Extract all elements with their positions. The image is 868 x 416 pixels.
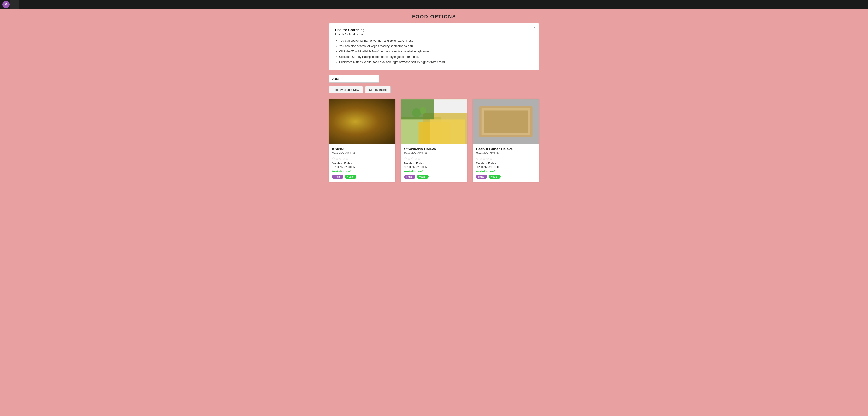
star-icon[interactable]: ☆ bbox=[486, 157, 489, 160]
star-icon[interactable]: ☆ bbox=[404, 157, 407, 160]
star-icon[interactable]: ☆ bbox=[411, 157, 414, 160]
star-icon[interactable]: ☆ bbox=[490, 157, 493, 160]
food-vendor: Govinda's · $13.00 bbox=[332, 152, 392, 155]
svg-point-3 bbox=[345, 111, 379, 135]
food-stars: ☆☆☆☆☆ bbox=[476, 157, 536, 160]
tips-list-item: Click both buttons to filter food availa… bbox=[339, 60, 533, 64]
star-icon[interactable]: ☆ bbox=[346, 157, 349, 160]
tag-indian[interactable]: Indian bbox=[404, 174, 415, 179]
food-cards-grid: KhichdiGovinda's · $13.00☆☆☆☆☆Monday - F… bbox=[329, 99, 539, 182]
search-section bbox=[329, 75, 539, 83]
svg-point-5 bbox=[363, 119, 366, 122]
food-image-peanut bbox=[473, 99, 539, 145]
filter-buttons: Food Available Now Sort by rating bbox=[329, 86, 539, 93]
search-input[interactable] bbox=[329, 75, 379, 83]
food-hours: 10:00 AM -2:00 PM bbox=[476, 165, 536, 169]
star-icon[interactable]: ☆ bbox=[479, 157, 482, 160]
star-icon[interactable]: ☆ bbox=[407, 157, 410, 160]
svg-point-2 bbox=[342, 110, 382, 139]
food-image-strawberry bbox=[401, 99, 467, 145]
star-icon[interactable]: ☆ bbox=[342, 157, 345, 160]
star-icon[interactable]: ☆ bbox=[414, 157, 417, 160]
tag-vegan[interactable]: Vegan bbox=[417, 174, 429, 179]
food-schedule: Monday - Friday bbox=[332, 162, 392, 165]
svg-point-17 bbox=[420, 107, 426, 114]
logo-text: M bbox=[5, 3, 7, 6]
food-card[interactable]: Peanut Butter HalavaGovinda's · $13.00☆☆… bbox=[473, 99, 539, 182]
tips-list-item: You can also search for vegan food by se… bbox=[339, 44, 533, 49]
svg-point-16 bbox=[412, 108, 421, 117]
food-available-now-button[interactable]: Food Available Now bbox=[329, 86, 363, 93]
tips-list-item: Click the 'Food Available Now' button to… bbox=[339, 49, 533, 54]
food-image-khichdi bbox=[329, 99, 395, 145]
tag-indian[interactable]: Indian bbox=[476, 174, 487, 179]
food-card-body: Strawberry HalavaGovinda's · $13.00☆☆☆☆☆… bbox=[401, 145, 467, 182]
svg-rect-18 bbox=[430, 119, 465, 144]
food-card-body: KhichdiGovinda's · $13.00☆☆☆☆☆Monday - F… bbox=[329, 145, 395, 182]
food-available-badge: Available now! bbox=[476, 170, 536, 173]
sort-by-rating-button[interactable]: Sort by rating bbox=[365, 86, 391, 93]
tips-list-item: Click the 'Sort by Rating' button to sor… bbox=[339, 55, 533, 59]
svg-point-9 bbox=[362, 118, 364, 120]
food-vendor: Govinda's · $13.00 bbox=[404, 152, 464, 155]
svg-point-8 bbox=[354, 124, 357, 127]
food-name: Peanut Butter Halava bbox=[476, 147, 536, 151]
tips-list: You can search by name, vendor, and styl… bbox=[335, 38, 533, 64]
tag-vegan[interactable]: Vegan bbox=[489, 174, 500, 179]
top-nav: M bbox=[0, 0, 868, 9]
main-content: × Tips for Searching Search for food bel… bbox=[324, 23, 544, 191]
tag-indian[interactable]: Indian bbox=[332, 174, 343, 179]
tips-box: × Tips for Searching Search for food bel… bbox=[329, 23, 539, 70]
food-tags: IndianVegan bbox=[476, 174, 536, 179]
food-stars: ☆☆☆☆☆ bbox=[332, 157, 392, 160]
food-tags: IndianVegan bbox=[404, 174, 464, 179]
svg-point-4 bbox=[356, 120, 360, 123]
tips-subtitle: Search for food below. bbox=[335, 33, 533, 36]
star-icon[interactable]: ☆ bbox=[339, 157, 342, 160]
tips-title: Tips for Searching bbox=[335, 28, 533, 32]
svg-rect-22 bbox=[484, 110, 528, 133]
food-card[interactable]: KhichdiGovinda's · $13.00☆☆☆☆☆Monday - F… bbox=[329, 99, 395, 182]
food-vendor: Govinda's · $13.00 bbox=[476, 152, 536, 155]
food-schedule: Monday - Friday bbox=[404, 162, 464, 165]
food-tags: IndianVegan bbox=[332, 174, 392, 179]
food-hours: 10:00 AM -2:00 PM bbox=[332, 165, 392, 169]
page-title: FOOD OPTIONS bbox=[0, 9, 868, 23]
star-icon[interactable]: ☆ bbox=[418, 157, 421, 160]
star-icon[interactable]: ☆ bbox=[332, 157, 335, 160]
food-card-body: Peanut Butter HalavaGovinda's · $13.00☆☆… bbox=[473, 145, 539, 182]
star-icon[interactable]: ☆ bbox=[336, 157, 338, 160]
food-name: Khichdi bbox=[332, 147, 392, 151]
tips-list-item: You can search by name, vendor, and styl… bbox=[339, 38, 533, 43]
star-icon[interactable]: ☆ bbox=[476, 157, 479, 160]
food-hours: 10:00 AM -2:00 PM bbox=[404, 165, 464, 169]
nav-logo[interactable]: M bbox=[2, 1, 10, 8]
svg-point-1 bbox=[338, 110, 386, 144]
svg-point-10 bbox=[359, 126, 360, 128]
tips-close-button[interactable]: × bbox=[534, 26, 536, 30]
food-card[interactable]: Strawberry HalavaGovinda's · $13.00☆☆☆☆☆… bbox=[401, 99, 467, 182]
svg-rect-0 bbox=[329, 99, 395, 144]
food-available-badge: Available now! bbox=[404, 170, 464, 173]
tag-vegan[interactable]: Vegan bbox=[345, 174, 356, 179]
food-available-badge: Available now! bbox=[332, 170, 392, 173]
svg-point-7 bbox=[365, 123, 368, 125]
svg-point-6 bbox=[360, 123, 363, 126]
star-icon[interactable]: ☆ bbox=[483, 157, 486, 160]
nav-item[interactable] bbox=[10, 0, 19, 9]
food-name: Strawberry Halava bbox=[404, 147, 464, 151]
food-stars: ☆☆☆☆☆ bbox=[404, 157, 464, 160]
food-schedule: Monday - Friday bbox=[476, 162, 536, 165]
